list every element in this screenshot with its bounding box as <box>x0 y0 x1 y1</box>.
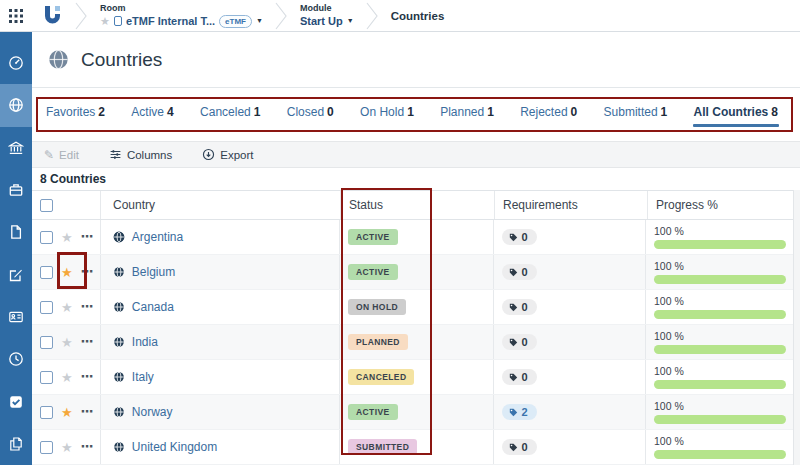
export-icon <box>202 148 215 161</box>
progress-bar <box>654 415 786 424</box>
row-actions-menu[interactable]: ⋯ <box>81 407 94 417</box>
app-logo[interactable] <box>32 0 75 31</box>
sidebar-item-history[interactable] <box>0 338 32 380</box>
left-nav-sidebar <box>0 32 32 465</box>
requirements-chip[interactable]: 0 <box>502 334 537 350</box>
sidebar-item-products[interactable] <box>0 169 32 211</box>
country-link[interactable]: Italy <box>132 370 154 384</box>
column-header-requirements[interactable]: Requirements <box>494 191 647 219</box>
tab-planned[interactable]: Planned1 <box>440 105 494 119</box>
row-actions-menu[interactable]: ⋯ <box>81 302 94 312</box>
tab-canceled[interactable]: Canceled1 <box>200 105 260 119</box>
progress-value: 100 % <box>654 365 786 377</box>
row-actions-menu[interactable]: ⋯ <box>81 232 94 242</box>
check-square-icon <box>8 394 24 410</box>
breadcrumb-room-selector[interactable]: Room ★ eTMF Internal T... eTMF ▼ <box>88 0 275 31</box>
progress-bar <box>654 450 786 459</box>
progress-indicator: 100 % <box>654 435 786 459</box>
globe-icon <box>113 371 125 383</box>
tab-on-hold[interactable]: On Hold1 <box>360 105 414 119</box>
app-switcher-button[interactable] <box>0 0 32 31</box>
table-row-belgium: ★ ⋯ Belgium ACTIVE 0 100 % <box>32 255 800 290</box>
requirements-chip[interactable]: 0 <box>502 369 537 385</box>
breadcrumb-current-page: Countries <box>379 0 457 31</box>
tab-closed[interactable]: Closed0 <box>287 105 334 119</box>
row-actions-menu[interactable]: ⋯ <box>81 442 94 452</box>
column-header-progress[interactable]: Progress % <box>647 191 800 219</box>
tag-icon <box>509 268 518 277</box>
progress-bar <box>654 380 786 389</box>
country-link[interactable]: Argentina <box>132 230 183 244</box>
row-checkbox[interactable] <box>40 336 53 349</box>
tab-rejected[interactable]: Rejected0 <box>520 105 577 119</box>
tab-favorites[interactable]: Favorites2 <box>46 105 105 119</box>
breadcrumb-module-selector[interactable]: Module Start Up ▼ <box>288 0 366 31</box>
status-badge: ACTIVE <box>348 229 398 245</box>
export-button[interactable]: Export <box>202 148 253 161</box>
requirements-chip[interactable]: 0 <box>502 299 537 315</box>
list-toolbar: ✎ Edit Columns Export <box>32 141 800 168</box>
row-actions-menu[interactable]: ⋯ <box>81 337 94 347</box>
favorite-star-icon[interactable]: ★ <box>61 441 73 454</box>
document-icon <box>8 224 24 240</box>
tag-icon <box>509 338 518 347</box>
favorite-star-icon[interactable]: ★ <box>61 231 73 244</box>
favorite-star-icon[interactable]: ★ <box>61 266 73 279</box>
page-title-bar: Countries <box>32 32 800 88</box>
column-header-status[interactable]: Status <box>340 191 494 219</box>
sidebar-item-dashboard[interactable] <box>0 42 32 84</box>
breadcrumb-separator <box>75 0 88 31</box>
sidebar-item-institutions[interactable] <box>0 127 32 169</box>
row-checkbox[interactable] <box>40 266 53 279</box>
country-link[interactable]: Belgium <box>132 265 175 279</box>
table-row-argentina: ★ ⋯ Argentina ACTIVE 0 100 % <box>32 220 800 255</box>
favorite-star-icon[interactable]: ★ <box>61 371 73 384</box>
status-badge: ON HOLD <box>348 299 406 315</box>
row-checkbox[interactable] <box>40 441 53 454</box>
requirements-chip[interactable]: 2 <box>502 404 537 420</box>
requirements-chip[interactable]: 0 <box>502 439 537 455</box>
select-all-checkbox[interactable] <box>40 199 53 212</box>
row-checkbox[interactable] <box>40 301 53 314</box>
room-type-badge: eTMF <box>219 15 252 28</box>
country-link[interactable]: India <box>132 335 158 349</box>
column-header-country[interactable]: Country <box>100 191 340 219</box>
globe-icon <box>113 266 125 278</box>
columns-sliders-icon <box>109 148 122 161</box>
vertical-scrollbar[interactable] <box>793 190 800 465</box>
status-badge: CANCELED <box>348 369 414 385</box>
dashboard-icon <box>8 55 24 71</box>
sidebar-item-documents[interactable] <box>0 211 32 253</box>
country-link[interactable]: United Kingdom <box>132 440 217 454</box>
country-link[interactable]: Canada <box>132 300 174 314</box>
sidebar-item-forms[interactable] <box>0 253 32 295</box>
row-actions-menu[interactable]: ⋯ <box>81 372 94 382</box>
sidebar-item-copy-documents[interactable] <box>0 423 32 465</box>
favorite-star-icon[interactable]: ★ <box>61 301 73 314</box>
row-checkbox[interactable] <box>40 371 53 384</box>
favorite-star-icon[interactable]: ★ <box>61 406 73 419</box>
tab-active[interactable]: Active4 <box>131 105 173 119</box>
row-checkbox[interactable] <box>40 406 53 419</box>
country-link[interactable]: Norway <box>132 405 173 419</box>
clock-icon <box>8 351 24 367</box>
sidebar-item-tasks[interactable] <box>0 380 32 422</box>
columns-button[interactable]: Columns <box>109 148 172 161</box>
requirements-chip[interactable]: 0 <box>502 229 537 245</box>
globe-icon <box>113 406 125 418</box>
row-checkbox[interactable] <box>40 231 53 244</box>
edit-button[interactable]: ✎ Edit <box>44 148 79 162</box>
breadcrumb-separator <box>275 0 288 31</box>
room-favorite-star-icon[interactable]: ★ <box>100 14 110 28</box>
row-actions-menu[interactable]: ⋯ <box>81 267 94 277</box>
requirements-chip[interactable]: 0 <box>502 264 537 280</box>
sidebar-item-contacts[interactable] <box>0 296 32 338</box>
progress-value: 100 % <box>654 295 786 307</box>
tab-all-countries[interactable]: All Countries8 <box>694 105 778 119</box>
briefcase-icon <box>8 182 24 198</box>
bank-icon <box>8 140 24 156</box>
table-row-canada: ★ ⋯ Canada ON HOLD 0 100 % <box>32 290 800 325</box>
favorite-star-icon[interactable]: ★ <box>61 336 73 349</box>
sidebar-item-countries[interactable] <box>0 84 32 126</box>
tab-submitted[interactable]: Submitted1 <box>604 105 668 119</box>
